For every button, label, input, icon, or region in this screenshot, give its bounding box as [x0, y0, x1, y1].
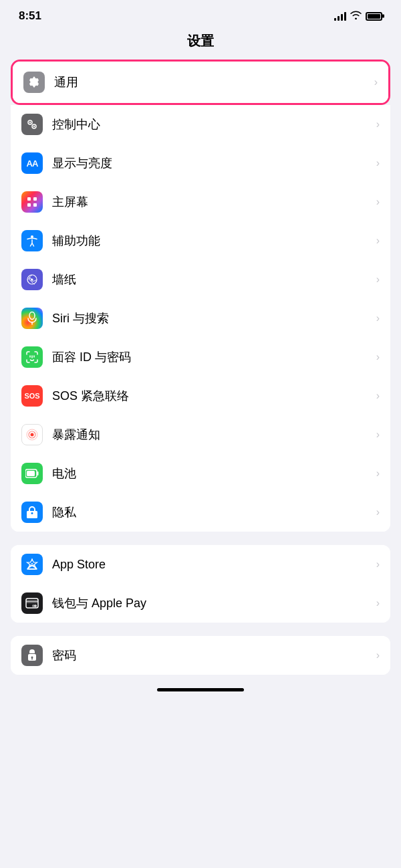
sidebar-item-control-center[interactable]: 控制中心 ›	[11, 105, 390, 144]
page-title: 设置	[0, 27, 401, 60]
homescreen-icon	[21, 191, 43, 213]
homescreen-label: 主屏幕	[52, 194, 371, 210]
svg-point-11	[31, 279, 33, 281]
svg-text:A: A	[30, 562, 35, 568]
appstore-icon: A	[21, 554, 43, 575]
sidebar-item-exposure[interactable]: 暴露通知 ›	[11, 415, 390, 454]
privacy-icon	[21, 502, 43, 523]
wallet-label: 钱包与 Apple Pay	[52, 595, 371, 611]
privacy-label: 隐私	[52, 504, 371, 520]
chevron-icon: ›	[376, 312, 380, 324]
sidebar-item-wallpaper[interactable]: 墙纸 ›	[11, 260, 390, 299]
sidebar-item-display[interactable]: AA 显示与亮度 ›	[11, 144, 390, 183]
svg-rect-6	[33, 197, 37, 201]
svg-rect-5	[27, 197, 31, 201]
accessibility-icon	[21, 230, 43, 251]
settings-group-passwords: 密码 ›	[11, 636, 390, 675]
settings-group-apps: A App Store › 钱包与 Apple Pay ›	[11, 545, 390, 623]
sidebar-item-sos[interactable]: SOS SOS 紧急联络 ›	[11, 376, 390, 415]
wallpaper-label: 墙纸	[52, 272, 371, 288]
wifi-icon	[350, 11, 362, 21]
sidebar-item-privacy[interactable]: 隐私 ›	[11, 493, 390, 532]
sidebar-item-battery[interactable]: 电池 ›	[11, 454, 390, 493]
svg-point-4	[33, 126, 35, 127]
svg-point-16	[31, 433, 34, 437]
exposure-icon	[21, 424, 43, 445]
chevron-icon: ›	[376, 196, 380, 208]
sos-label: SOS 紧急联络	[52, 388, 371, 404]
sos-icon: SOS	[21, 385, 43, 407]
sidebar-item-homescreen[interactable]: 主屏幕 ›	[11, 183, 390, 221]
chevron-icon: ›	[376, 157, 380, 169]
svg-rect-8	[33, 203, 37, 207]
exposure-label: 暴露通知	[52, 427, 371, 443]
battery-status-icon	[366, 12, 382, 21]
control-center-label: 控制中心	[52, 116, 371, 132]
chevron-icon: ›	[376, 597, 380, 609]
sidebar-item-appstore[interactable]: A App Store ›	[11, 545, 390, 584]
highlighted-group: 通用 ›	[11, 60, 390, 105]
chevron-icon: ›	[374, 76, 378, 88]
siri-label: Siri 与搜索	[52, 310, 371, 326]
chevron-icon: ›	[376, 649, 380, 661]
chevron-icon: ›	[376, 467, 380, 479]
password-icon	[21, 645, 43, 666]
signal-icon	[334, 11, 346, 21]
sidebar-item-wallet[interactable]: 钱包与 Apple Pay ›	[11, 584, 390, 623]
general-icon	[23, 72, 45, 93]
faceid-label: 面容 ID 与密码	[52, 349, 371, 365]
siri-icon	[21, 308, 43, 329]
wallpaper-icon	[21, 269, 43, 290]
passwords-label: 密码	[52, 647, 371, 663]
sidebar-item-accessibility[interactable]: 辅助功能 ›	[11, 221, 390, 260]
status-time: 8:51	[19, 9, 41, 23]
general-label: 通用	[54, 74, 369, 90]
home-indicator	[157, 688, 244, 691]
control-center-icon	[21, 114, 43, 135]
svg-point-12	[29, 312, 35, 320]
chevron-icon: ›	[376, 558, 380, 570]
chevron-icon: ›	[376, 351, 380, 363]
chevron-icon: ›	[376, 274, 380, 286]
settings-group-main: 控制中心 › AA 显示与亮度 › 主屏幕 ›	[11, 105, 390, 532]
svg-rect-7	[27, 203, 31, 207]
accessibility-label: 辅助功能	[52, 233, 371, 249]
status-bar: 8:51	[0, 0, 401, 27]
sidebar-item-faceid[interactable]: 面容 ID 与密码 ›	[11, 338, 390, 376]
chevron-icon: ›	[376, 390, 380, 402]
chevron-icon: ›	[376, 118, 380, 130]
wallet-icon	[21, 592, 43, 614]
svg-rect-20	[37, 471, 39, 475]
chevron-icon: ›	[376, 506, 380, 518]
svg-point-3	[29, 122, 31, 123]
chevron-icon: ›	[376, 235, 380, 247]
status-icons	[334, 11, 382, 21]
sidebar-item-passwords[interactable]: 密码 ›	[11, 636, 390, 675]
svg-point-9	[31, 235, 33, 238]
sidebar-item-siri[interactable]: Siri 与搜索 ›	[11, 299, 390, 338]
appstore-label: App Store	[52, 558, 371, 572]
battery-label: 电池	[52, 465, 371, 481]
svg-rect-21	[27, 471, 35, 476]
faceid-icon	[21, 346, 43, 368]
svg-point-27	[32, 605, 35, 607]
battery-icon	[21, 463, 43, 484]
display-icon: AA	[21, 152, 43, 174]
sidebar-item-general[interactable]: 通用 ›	[13, 62, 388, 103]
display-label: 显示与亮度	[52, 155, 371, 171]
chevron-icon: ›	[376, 429, 380, 441]
